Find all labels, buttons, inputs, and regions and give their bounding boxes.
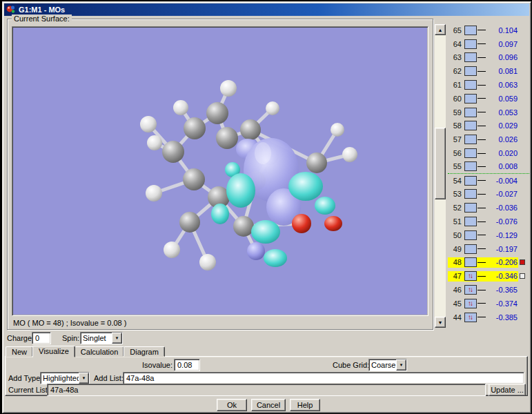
mo-row-46[interactable]: 46↑↓-0.365 [448,283,529,297]
window-title: G1:M1 - MOs [19,6,65,14]
energy-level-tick [477,235,486,235]
mo-number: 65 [448,26,462,34]
add-type-label: Add Type: [8,374,42,382]
current-list-label: Current List: [8,386,50,394]
energy-level-tick [477,221,486,222]
mo-occupancy-box[interactable] [464,135,477,144]
tab-calculation[interactable]: Calculation [75,346,124,357]
chevron-down-icon[interactable]: ▼ [112,333,122,344]
mo-occupancy-box[interactable] [464,148,477,158]
add-list-input[interactable] [123,372,524,384]
energy-level-tick [477,262,486,263]
mo-occupancy-box[interactable] [464,80,477,90]
molecule-visualization[interactable] [13,28,427,315]
mo-row-50[interactable]: 50-0.129 [448,228,529,242]
scroll-up-button[interactable]: ▲ [435,24,446,35]
mo-occupancy-box[interactable] [464,94,477,103]
mo-row-53[interactable]: 53-0.027 [448,188,529,201]
mo-number: 53 [448,190,462,198]
mo-energy-value: -0.036 [486,204,518,212]
mo-row-45[interactable]: 45↑↓-0.374 [448,297,529,310]
mo-occupancy-box[interactable] [464,39,477,49]
mo-row-55[interactable]: 550.008 [448,160,529,174]
mo-occupancy-box[interactable] [464,257,477,267]
mo-energy-value: -0.197 [486,245,518,253]
mo-occupancy-box[interactable] [464,230,477,240]
current-surface-groupbox: Current Surface: [7,19,433,330]
mo-row-57[interactable]: 570.026 [448,132,529,146]
mo-row-61[interactable]: 610.063 [448,78,529,92]
tab-new[interactable]: New [6,346,33,357]
mo-occupancy-box[interactable]: ↑↓ [464,299,477,308]
mo-occupancy-box[interactable] [464,176,477,186]
mo-number: 61 [448,81,462,89]
mo-occupancy-box[interactable] [464,189,477,199]
title-bar[interactable]: G1:M1 - MOs [4,3,529,16]
scroll-down-button[interactable]: ▼ [435,317,446,328]
mo-row-48[interactable]: 48-0.206 [448,256,529,270]
add-type-select[interactable]: Highlighted ▼ [40,372,90,384]
mo-occupancy-box[interactable] [464,203,477,213]
help-button[interactable]: Help [290,399,320,411]
mo-energy-value: 0.081 [486,67,518,75]
mo-occupancy-box[interactable]: ↑↓ [464,313,477,322]
mo-occupancy-box[interactable] [464,121,477,130]
mo-occupancy-box[interactable] [464,66,477,76]
mos-dialog-window: G1:M1 - MOs Current Surface: [2,1,531,413]
mo-occupancy-box[interactable]: ↑↓ [464,285,477,295]
tab-diagram[interactable]: Diagram [124,346,165,357]
app-icon [6,5,16,14]
chevron-down-icon[interactable]: ▼ [79,373,89,384]
energy-level-tick [477,126,486,126]
mo-occupancy-box[interactable]: ↑↓ [464,271,477,281]
mo-number: 47 [448,272,462,280]
energy-level-tick [477,153,486,154]
mo-energy-value: 0.020 [486,149,518,157]
energy-level-tick [477,98,486,99]
mo-row-47[interactable]: 47↑↓-0.346 [448,269,529,283]
mo-row-62[interactable]: 620.081 [448,64,529,78]
tab-visualize[interactable]: Visualize [32,346,75,357]
mo-row-49[interactable]: 49-0.197 [448,242,529,256]
molecule-viewport[interactable] [12,26,428,316]
spin-select[interactable]: Singlet ▼ [80,332,123,344]
mo-row-63[interactable]: 630.096 [448,51,529,65]
chevron-down-icon[interactable]: ▼ [396,359,406,371]
mo-energy-value: -0.004 [486,177,518,185]
mo-row-52[interactable]: 52-0.036 [448,201,529,215]
mo-energy-value: 0.053 [486,108,518,117]
mo-occupancy-box[interactable] [464,217,477,226]
mo-occupancy-box[interactable] [464,244,477,254]
cube-grid-select[interactable]: Coarse ▼ [368,359,407,371]
electron-arrows-icon: ↑↓ [468,286,472,293]
mo-energy-value: -0.346 [486,272,518,280]
scrollbar-thumb[interactable] [435,128,446,199]
energy-level-tick [477,166,486,167]
mo-occupancy-box[interactable] [464,161,477,171]
mo-row-64[interactable]: 640.097 [448,37,529,51]
screen: { "window": { "title": "G1:M1 - MOs" }, … [0,0,532,414]
mo-row-51[interactable]: 51-0.076 [448,215,529,228]
mo-row-65[interactable]: 650.104 [448,23,529,37]
mo-row-58[interactable]: 580.029 [448,119,529,133]
mo-row-56[interactable]: 560.020 [448,146,529,160]
mo-row-59[interactable]: 590.053 [448,106,529,119]
mo-number: 59 [448,108,462,117]
mo-row-44[interactable]: 44↑↓-0.385 [448,310,529,324]
mo-occupancy-box[interactable] [464,52,477,62]
mo-occupancy-box[interactable] [464,26,477,35]
mo-row-60[interactable]: 600.059 [448,92,529,106]
surface-status-text: MO ( MO = 48) ; Isovalue = 0.08 ) [13,319,126,327]
ok-button[interactable]: Ok [217,399,247,411]
energy-level-tick [477,112,486,112]
mo-list-scrollbar[interactable]: ▲ ▼ [435,24,446,328]
charge-input[interactable] [32,332,51,344]
mo-occupancy-box[interactable] [464,108,477,117]
cancel-button[interactable]: Cancel [251,399,286,411]
mo-number: 48 [448,258,462,266]
update-button[interactable]: Update ... [489,384,526,396]
mo-number: 55 [448,162,462,170]
isovalue-input[interactable] [174,359,200,371]
mo-number: 58 [448,121,462,130]
mo-row-54[interactable]: 54-0.004 [448,174,529,188]
